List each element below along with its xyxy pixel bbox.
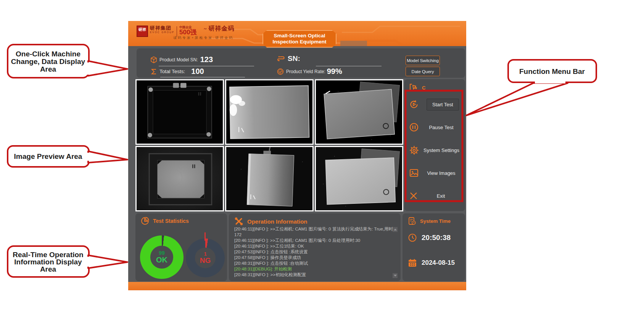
sn-underline xyxy=(316,66,382,66)
close-x-icon xyxy=(409,191,418,200)
ng-count: 1 xyxy=(204,251,206,256)
ok-count: 99 xyxy=(159,250,165,256)
operation-information-header: Operation Information xyxy=(229,213,401,226)
callout-operation-info: Real-Time Operation Information Display … xyxy=(8,246,127,277)
calendar-icon xyxy=(408,258,417,267)
svg-text:Area: Area xyxy=(40,65,56,73)
current-time-row: 20:50:38 xyxy=(408,233,451,242)
inspection-app-window: 研祥 研祥集团 EVOC GROUP 中国企业 500强 读码专家+屏检专家·研… xyxy=(128,21,466,290)
total-tests-field: Total Tests: 100 xyxy=(150,67,204,76)
camera-image-1 xyxy=(137,80,223,144)
app-header: 研祥 研祥集团 EVOC GROUP 中国企业 500强 读码专家+屏检专家·研… xyxy=(128,21,466,46)
log-line: [20:46:11][INFO ]: >>工位相机: CAM1 图片编号: 0 … xyxy=(234,226,396,238)
logo-rank: 500强 xyxy=(179,29,196,35)
pause-test-button[interactable]: Pause Test xyxy=(404,116,465,139)
callout-data-area: One-Click Machine Change, Data Display A… xyxy=(8,45,127,78)
sn-label: SN: xyxy=(288,54,300,63)
route-icon xyxy=(277,55,285,62)
camera-preview-4 xyxy=(135,146,224,211)
ok-label: OK xyxy=(156,256,167,264)
test-statistics-header: Test Statistics xyxy=(135,213,227,225)
operation-log[interactable]: [20:46:11][INFO ]: >>工位相机: CAM1 图片编号: 0 … xyxy=(234,226,396,279)
svg-text:Information Display: Information Display xyxy=(14,258,82,266)
ok-donut-chart: 99 OK xyxy=(140,235,184,279)
logo-group-en: EVOC GROUP xyxy=(150,31,174,34)
function-menu-panel: C Start Test Pause Test xyxy=(404,79,465,211)
product-model-value: 123 xyxy=(200,55,213,64)
camera-image-4 xyxy=(137,147,223,210)
yield-rate-field: Product Yield Rate: 99% xyxy=(277,67,342,76)
callout-image-preview: Image Preview Area xyxy=(8,146,127,167)
view-images-label: View Images xyxy=(423,170,465,176)
product-model-underline xyxy=(159,66,254,66)
sn-field: SN: xyxy=(277,54,303,63)
tools-icon xyxy=(234,217,243,226)
check-circle-icon xyxy=(277,68,284,75)
yield-rate-label: Product Yield Rate: xyxy=(286,69,325,74)
evoc-logo-icon: 研祥 xyxy=(137,26,148,37)
sigma-icon xyxy=(150,68,157,75)
svg-text:Image Preview Area: Image Preview Area xyxy=(14,152,82,160)
product-box-icon xyxy=(150,56,157,63)
app-title-line2: Inspection Equipment xyxy=(272,39,326,45)
test-statistics-title: Test Statistics xyxy=(153,218,189,224)
image-icon xyxy=(409,168,419,178)
system-settings-label: System Settings xyxy=(423,147,465,153)
clock-icon xyxy=(408,233,417,242)
log-line: [20:46:11][INFO ]: >>工位1结果: OK xyxy=(234,243,396,249)
camera-preview-6 xyxy=(315,146,403,211)
log-line: [20:48:31][INFO ]: 点击按钮 :自动测试 xyxy=(234,261,396,266)
start-test-label: Start Test xyxy=(427,99,459,110)
svg-text:Function Menu Bar: Function Menu Bar xyxy=(519,67,585,75)
yield-rate-value: 99% xyxy=(327,67,342,76)
camera-preview-2 xyxy=(225,79,314,145)
camera-image-3 xyxy=(316,80,402,144)
product-model-field: Product Model SN: 123 xyxy=(150,55,213,64)
total-tests-underline xyxy=(160,77,245,77)
camera-preview-3 xyxy=(315,79,403,145)
system-time-header: System Time xyxy=(402,213,465,225)
ng-donut-chart: 1 NG xyxy=(186,238,225,277)
function-menu-header-label: C xyxy=(422,85,425,91)
callout-function-menu: Function Menu Bar xyxy=(466,60,596,115)
svg-text:Change, Data Display: Change, Data Display xyxy=(11,58,85,66)
app-title-badge: Small-Screen Optical Inspection Equipmen… xyxy=(262,30,336,48)
log-line: [20:47:53][INFO ]: 点击按钮 :系统设置 xyxy=(234,249,396,255)
exit-button[interactable]: Exit xyxy=(404,184,465,207)
logo-slogan: 读码专家+屏检专家·研祥金码 xyxy=(173,35,233,40)
view-images-button[interactable]: View Images xyxy=(404,162,465,184)
svg-text:Real-Time Operation: Real-Time Operation xyxy=(13,251,83,259)
log-scroll-up-button[interactable] xyxy=(393,227,398,232)
function-menu-header: C xyxy=(404,79,465,93)
model-switching-button[interactable]: Model Switching xyxy=(406,56,440,65)
image-preview-area xyxy=(135,79,403,211)
arrow-down-icon xyxy=(394,275,397,277)
camera-image-2 xyxy=(226,80,312,144)
svg-text:Area: Area xyxy=(40,265,56,273)
current-date-value: 2024-08-15 xyxy=(422,259,455,267)
exit-label: Exit xyxy=(422,193,465,199)
system-settings-button[interactable]: System Settings xyxy=(404,139,465,162)
system-time-title: System Time xyxy=(420,218,451,224)
product-model-label: Product Model SN: xyxy=(159,57,198,62)
log-line-debug: [20:48:31][DEBUG]: 开始检测 xyxy=(234,266,396,272)
camera-preview-5 xyxy=(225,146,314,211)
log-scroll-down-button[interactable] xyxy=(393,273,398,278)
date-query-button[interactable]: Date Query xyxy=(406,67,440,76)
ng-label: NG xyxy=(200,256,211,264)
doc-clock-icon xyxy=(408,217,416,225)
start-test-button[interactable]: Start Test xyxy=(404,93,465,116)
camera-image-5 xyxy=(226,147,312,210)
log-line: [20:48:31][INFO ]: >>初始化检测配置 xyxy=(234,272,396,278)
svg-text:One-Click Machine: One-Click Machine xyxy=(16,50,80,58)
brand-signature: ~研祥金码 xyxy=(204,25,234,33)
log-line: [20:47:58][INFO ]: 操作员登录成功 xyxy=(234,255,396,261)
start-test-icon xyxy=(409,99,419,109)
signature-flourish: ~ xyxy=(204,26,207,32)
arrow-up-icon xyxy=(394,229,397,230)
data-display-panel: Product Model SN: 123 Total Tests: 100 S… xyxy=(137,48,465,78)
current-date-row: 2024-08-15 xyxy=(408,258,455,267)
gear-icon xyxy=(409,145,419,155)
pie-chart-icon xyxy=(141,217,149,225)
camera-preview-1 xyxy=(135,79,224,145)
